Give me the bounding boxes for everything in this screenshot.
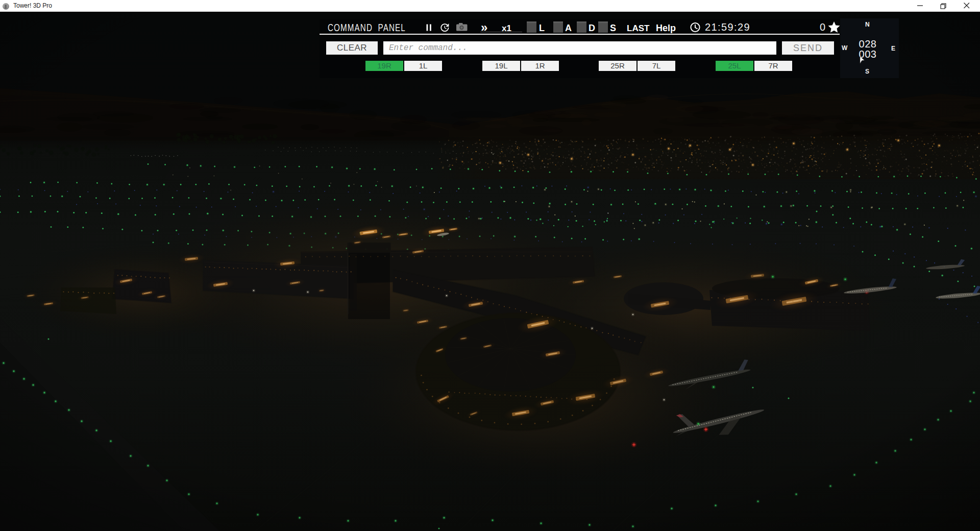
svg-text:21:59:29: 21:59:29 (705, 21, 750, 33)
svg-text:A: A (565, 23, 572, 33)
svg-text:x1: x1 (502, 23, 511, 33)
svg-text:D: D (589, 23, 595, 33)
svg-text:LAST: LAST (627, 23, 650, 33)
svg-text:S: S (610, 23, 616, 33)
svg-text:Help: Help (656, 23, 676, 33)
svg-text:L: L (539, 23, 545, 33)
svg-text:0: 0 (820, 21, 825, 33)
